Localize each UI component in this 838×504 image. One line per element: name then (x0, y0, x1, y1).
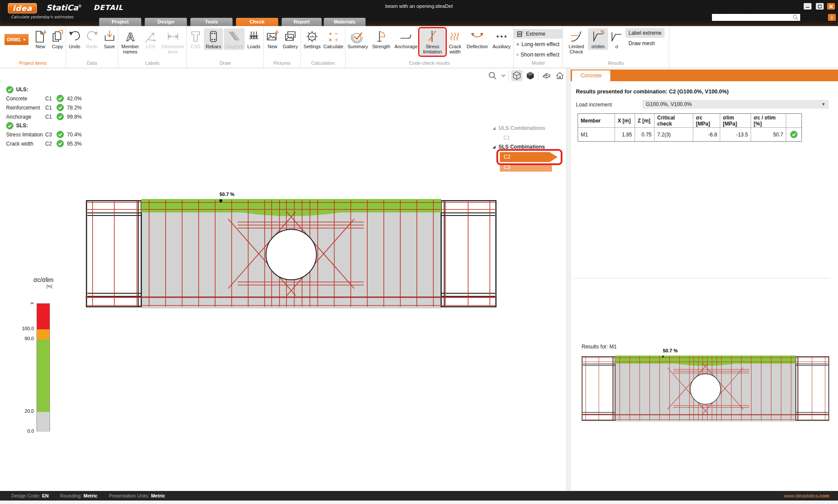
new-picture-button[interactable]: New (265, 28, 280, 50)
settings-button[interactable]: </> Settings (302, 28, 322, 50)
summary-row: ConcreteC1 42.0% (6, 94, 110, 103)
stress-limitation-button[interactable]: Stress limitation (420, 28, 445, 56)
tree-item-c3[interactable]: C3 (500, 164, 552, 172)
col-header-sigma-c: σc [MPa] (693, 114, 720, 128)
new-project-item-button[interactable]: New (32, 28, 48, 50)
undo-icon (67, 29, 82, 44)
home-view-button[interactable] (554, 70, 565, 81)
short-term-effect-toggle[interactable]: ST Short-term effect (514, 50, 562, 60)
ribbon-group-draw: CSS Rebars Diagram Loads Draw (187, 26, 264, 68)
table-cell-member[interactable]: M1 (578, 128, 615, 141)
tab-project[interactable]: Project (99, 18, 141, 26)
svg-text:+: + (329, 30, 332, 37)
search-input[interactable] (712, 14, 792, 20)
ribbon-group-project-items: DRM1▼ New Copy Project items (0, 26, 66, 68)
summary-row: Crack widthC2 95.3% (6, 139, 110, 148)
tab-concrete[interactable]: Concrete (572, 70, 610, 81)
zoom-tool-button[interactable] (487, 70, 498, 81)
auxiliary-button[interactable]: Auxiliary (490, 28, 513, 50)
calculate-button[interactable]: +−×÷ Calculate (323, 28, 344, 50)
drm-selector-button[interactable]: DRM1▼ (4, 34, 29, 45)
rebars-button[interactable]: Rebars (204, 28, 223, 50)
loads-button[interactable]: Loads (246, 28, 262, 50)
col-header-sigma-lim: σlim [MPa] (720, 114, 751, 128)
tab-materials[interactable]: Materials (324, 18, 366, 26)
table-cell-sigma-c[interactable]: -6.8 (693, 128, 720, 141)
tree-item-c2-selected[interactable]: C2 (500, 152, 558, 162)
deflection-button[interactable]: Deflection (465, 28, 489, 50)
tree-sls-combinations[interactable]: SLS Combinations (492, 144, 545, 150)
results-table: Member X [m] Z [m] Critical check σc [MP… (578, 113, 802, 142)
canvas-toolbar (487, 70, 579, 81)
label-extreme-toggle[interactable]: Label extreme (625, 28, 665, 38)
home-icon (555, 71, 565, 80)
ribbon: DRM1▼ New Copy Project items Undo Redo S… (0, 26, 838, 68)
main-beam-canvas[interactable] (86, 198, 497, 312)
results-heading: Results presented for combination: C2 (G… (576, 89, 729, 95)
scale-tick: ∞ (15, 300, 34, 305)
tree-item-c1[interactable]: C1 (503, 135, 510, 141)
tree-expander-icon[interactable] (492, 127, 495, 130)
anchorage-button[interactable]: Anchorage (393, 28, 419, 50)
tab-check[interactable]: Check (236, 18, 278, 26)
search-icon (792, 14, 798, 20)
check-ok-icon (790, 131, 798, 138)
section-view-button[interactable] (541, 70, 552, 81)
wireframe-view-button[interactable] (511, 70, 522, 81)
gallery-icon (283, 29, 298, 44)
save-button[interactable]: Save (101, 28, 118, 50)
member-names-button[interactable]: A Member names (119, 28, 142, 56)
undo-button[interactable]: Undo (67, 28, 83, 50)
sigma-ratio-icon: % (591, 29, 605, 44)
check-summary-panel: ULS: ConcreteC1 42.0% ReinforcementC1 78… (6, 85, 110, 148)
tab-design[interactable]: Design (145, 18, 187, 26)
maximize-button[interactable] (816, 3, 824, 10)
scale-segment-red (37, 304, 50, 329)
tab-tools[interactable]: Tools (190, 18, 233, 26)
group-caption-project-items: Project items (0, 60, 66, 68)
group-caption-calculation: Calculation (301, 60, 345, 68)
caret-down-icon: ▼ (821, 100, 825, 109)
check-ok-icon (6, 86, 13, 93)
lcs-axes-icon (143, 29, 158, 44)
long-term-effect-toggle[interactable]: LT Long-term effect (514, 40, 562, 49)
info-button[interactable]: i (828, 14, 836, 21)
table-cell-sigma-lim[interactable]: -13.5 (720, 128, 751, 141)
beam-drawing (86, 198, 497, 310)
copy-project-item-button[interactable]: Copy (50, 28, 66, 50)
sigma-button[interactable]: σ (609, 28, 625, 50)
load-increment-dropdown[interactable]: G100.0%, V100.0%▼ (642, 100, 828, 109)
scale-segment-green (37, 339, 50, 412)
gallery-button[interactable]: Gallery (281, 28, 299, 50)
strength-icon (374, 29, 389, 44)
scale-title: σc/σlim (24, 276, 63, 283)
solid-view-button[interactable] (525, 70, 536, 81)
svg-text:ST: ST (518, 54, 519, 55)
tree-uls-combinations[interactable]: ULS Combinations (492, 125, 545, 131)
limited-check-button[interactable]: Limited Check (565, 28, 587, 56)
save-icon (102, 29, 117, 44)
load-increment-label: Load increment (576, 102, 612, 108)
table-cell-ratio[interactable]: 50.7 (751, 128, 786, 141)
svg-text:LT: LT (519, 43, 519, 44)
table-cell-critical-check[interactable]: 7.2(3) (655, 128, 693, 141)
close-button[interactable] (827, 3, 835, 10)
minimize-button[interactable] (804, 3, 811, 10)
anchorage-hook-icon (399, 29, 413, 44)
sigma-ratio-button[interactable]: % σ/σlim (588, 28, 608, 50)
summary-button[interactable]: Summary (346, 28, 369, 50)
draw-mesh-toggle[interactable]: Draw mesh (625, 39, 665, 48)
stress-result-label: 50.7 % (219, 192, 234, 197)
table-cell-z[interactable]: 0.75 (635, 128, 655, 141)
tab-report[interactable]: Report (282, 18, 322, 26)
panel-splitter[interactable] (566, 68, 571, 491)
crack-width-button[interactable]: Crack width (446, 28, 464, 56)
table-cell-x[interactable]: 1.85 (615, 128, 635, 141)
check-ok-icon (57, 131, 64, 138)
zoom-dropdown-button[interactable] (500, 70, 506, 81)
ribbon-group-model: EX Extreme LT Long-term effect ST Short-… (514, 26, 563, 68)
tree-expander-icon[interactable] (492, 146, 495, 149)
extreme-toggle[interactable]: EX Extreme (514, 29, 562, 39)
website-link[interactable]: www.ideastatica.com (784, 491, 829, 501)
strength-button[interactable]: Strength (370, 28, 392, 50)
